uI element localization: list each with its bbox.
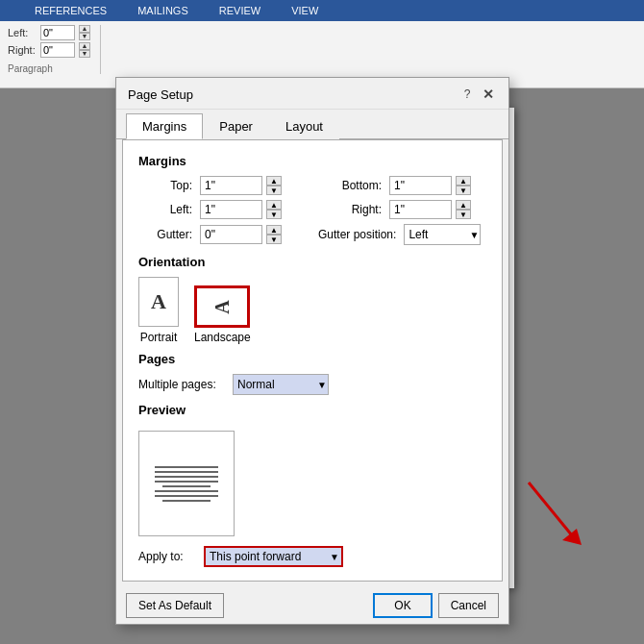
preview-title: Preview [138,403,486,417]
right-spinner[interactable]: ▲ ▼ [456,200,471,219]
landscape-letter: A [211,300,234,313]
preview-line-2 [155,471,218,473]
left-spinner[interactable]: ▲ ▼ [266,200,282,219]
left-input[interactable] [200,200,262,219]
preview-box [138,431,235,536]
gutter-pos-wrapper: Left Top ▼ [404,224,481,245]
orientation-portrait[interactable]: A Portrait [138,277,179,344]
orientation-landscape[interactable]: A Landscape [194,286,251,344]
svg-line-0 [529,483,572,535]
preview-line-5 [162,485,210,487]
gutter-row: Gutter: ▲ ▼ Gutter position: Left Top ▼ [138,224,486,245]
help-button[interactable]: ? [458,86,476,103]
tab-paper[interactable]: Paper [203,113,269,139]
bottom-spinner[interactable]: ▲ ▼ [456,176,471,195]
margins-section-title: Margins [138,154,486,168]
dialog-action-buttons: OK Cancel [373,593,499,618]
dialog-controls: ? ✕ [458,86,497,103]
dialog-overlay: Page Setup ? ✕ Margins Paper Layout Marg… [0,0,644,644]
pages-section: Pages Multiple pages: Normal Mirror marg… [138,352,486,395]
gutter-pos-select[interactable]: Left Top [404,224,481,245]
tab-layout[interactable]: Layout [269,113,339,139]
dialog-body: Margins Top: ▲ ▼ Bottom: ▲ ▼ Left: [122,139,503,582]
multiple-pages-wrapper: Normal Mirror margins 2 pages per sheet … [233,374,329,395]
portrait-label: Portrait [140,331,178,344]
preview-line-3 [155,476,218,478]
dialog-title: Page Setup [128,87,193,102]
preview-line-6 [155,490,218,492]
bottom-input[interactable] [389,176,452,195]
left-label: Left: [138,203,196,216]
left-up[interactable]: ▲ [266,200,282,210]
top-bottom-row: Top: ▲ ▼ Bottom: ▲ ▼ [138,176,486,195]
dialog-footer: Set As Default OK Cancel [116,587,508,624]
orientation-title: Orientation [138,255,486,269]
apply-to-row: Apply to: This point forward Whole docum… [138,546,486,567]
tab-margins[interactable]: Margins [126,113,203,139]
ok-button[interactable]: OK [373,593,432,618]
portrait-icon: A [138,277,179,327]
gutter-spinner[interactable]: ▲ ▼ [266,225,282,244]
orientation-options: A Portrait A Landscape [138,277,486,344]
apply-to-label: Apply to: [138,550,196,563]
multiple-pages-select[interactable]: Normal Mirror margins 2 pages per sheet [233,374,329,395]
gutter-up[interactable]: ▲ [266,225,282,235]
gutter-pos-label: Gutter position: [318,228,400,241]
page-setup-dialog: Page Setup ? ✕ Margins Paper Layout Marg… [115,77,509,625]
top-input[interactable] [200,176,262,195]
right-up[interactable]: ▲ [456,200,471,210]
portrait-letter: A [151,289,166,314]
preview-line-4 [155,481,218,483]
red-arrow-indicator [519,473,586,553]
preview-content [138,425,486,536]
bottom-label: Bottom: [318,179,385,192]
top-label: Top: [138,179,196,192]
preview-line-8 [162,500,210,502]
bottom-down[interactable]: ▼ [456,186,471,195]
top-down[interactable]: ▼ [266,186,282,195]
svg-marker-1 [562,529,582,545]
bottom-up[interactable]: ▲ [456,176,471,186]
left-down[interactable]: ▼ [266,210,282,219]
preview-line-7 [155,495,218,497]
gutter-down[interactable]: ▼ [266,235,282,244]
right-input[interactable] [389,200,452,219]
orientation-section: Orientation A Portrait A Landsca [138,255,486,344]
top-spinner[interactable]: ▲ ▼ [266,176,282,195]
left-right-row: Left: ▲ ▼ Right: ▲ ▼ [138,200,486,219]
cancel-button[interactable]: Cancel [438,593,499,618]
preview-line-1 [155,466,218,468]
preview-section: Preview [138,403,486,536]
gutter-label: Gutter: [138,228,196,241]
right-label: Right: [318,203,385,216]
apply-to-select[interactable]: This point forward Whole document [204,546,343,567]
top-up[interactable]: ▲ [266,176,282,186]
multiple-pages-label: Multiple pages: [138,378,225,391]
apply-to-wrapper: This point forward Whole document ▼ [204,546,343,567]
gutter-input[interactable] [200,225,262,244]
pages-row: Multiple pages: Normal Mirror margins 2 … [138,374,486,395]
close-button[interactable]: ✕ [480,86,497,103]
landscape-label: Landscape [194,331,251,344]
dialog-titlebar: Page Setup ? ✕ [116,78,508,110]
set-as-default-button[interactable]: Set As Default [126,593,224,618]
pages-title: Pages [138,352,486,366]
right-down[interactable]: ▼ [456,210,471,219]
dialog-tabs: Margins Paper Layout [116,113,508,139]
landscape-icon: A [195,286,249,327]
